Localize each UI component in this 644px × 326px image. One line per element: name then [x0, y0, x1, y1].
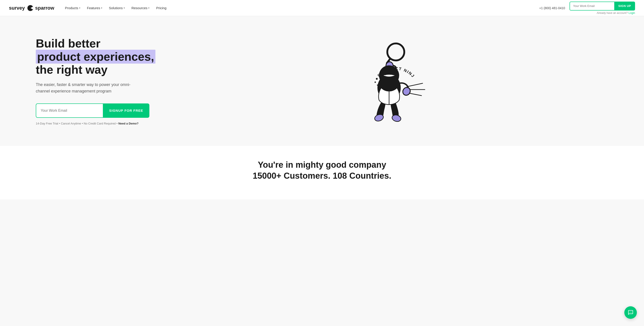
- nav-email-input[interactable]: [570, 2, 614, 11]
- nav-email-form: SIGN UP: [570, 2, 635, 11]
- svg-line-7: [407, 83, 422, 87]
- logo-text: survey sparrow: [9, 4, 54, 12]
- social-proof-line2: 15000+ Customers. 108 Countries.: [9, 171, 635, 181]
- svg-rect-17: [630, 312, 630, 312]
- nav-features-chevron-icon: ▾: [101, 7, 102, 9]
- hero-title: Build better product experiences, the ri…: [36, 37, 161, 76]
- nav-solutions-label: Solutions: [109, 6, 123, 10]
- nav-pricing-label: Pricing: [156, 6, 166, 10]
- ninja-illustration: PRODUCT NINJA: [342, 34, 436, 128]
- nav-item-resources[interactable]: Resources ▾: [129, 4, 152, 12]
- nav-right: +1 (800) 481-0410 SIGN UP Already have a…: [539, 2, 635, 15]
- nav-solutions-chevron-icon: ▾: [124, 7, 125, 9]
- svg-point-0: [31, 6, 32, 8]
- social-proof-line1: You're in mighty good company: [9, 159, 635, 171]
- hero-fine-print: 14-Day Free Trial • Cancel Anytime • No …: [36, 122, 161, 125]
- svg-rect-19: [631, 312, 632, 312]
- nav-products-label: Products: [65, 6, 78, 10]
- nav-email-wrapper: SIGN UP Already have an account? Login: [570, 2, 635, 15]
- hero-right: PRODUCT NINJA: [161, 34, 617, 128]
- logo-part1: survey: [9, 5, 25, 11]
- ninja-svg: PRODUCT NINJA: [342, 34, 436, 128]
- chat-button[interactable]: [624, 306, 637, 319]
- svg-rect-18: [630, 312, 631, 312]
- nav-login-link[interactable]: Login: [628, 12, 635, 15]
- nav-products-chevron-icon: ▾: [79, 7, 80, 9]
- hero-form: SIGNUP FOR FREE: [36, 103, 161, 118]
- social-proof-section: You're in mighty good company 15000+ Cus…: [0, 146, 644, 200]
- hero-title-line3: the right way: [36, 63, 108, 76]
- nav-features-label: Features: [87, 6, 100, 10]
- hero-email-input[interactable]: [36, 103, 103, 118]
- hero-left: Build better product experiences, the ri…: [36, 37, 161, 125]
- hero-signup-button[interactable]: SIGNUP FOR FREE: [103, 103, 149, 118]
- logo-link[interactable]: survey sparrow: [9, 4, 54, 12]
- nav-links: Products ▾ Features ▾ Solutions ▾ Resour…: [62, 4, 539, 12]
- navbar: survey sparrow Products ▾ Features ▾ Sol…: [0, 0, 644, 16]
- hero-fine-print-text: 14-Day Free Trial • Cancel Anytime • No …: [36, 122, 118, 125]
- logo-part2: sparrow: [35, 5, 54, 11]
- hero-subtitle: The easier, faster & smarter way to powe…: [36, 82, 134, 94]
- svg-point-16: [377, 85, 378, 86]
- svg-text:PRODUCT NINJA: PRODUCT NINJA: [342, 34, 416, 79]
- hero-section: Build better product experiences, the ri…: [0, 16, 644, 146]
- social-proof-title: You're in mighty good company 15000+ Cus…: [9, 159, 635, 182]
- hero-demo-link[interactable]: Need a Demo?: [118, 122, 138, 125]
- nav-item-pricing[interactable]: Pricing: [154, 4, 169, 12]
- hero-title-line1: Build better: [36, 37, 100, 50]
- chat-icon: [628, 310, 634, 315]
- nav-phone: +1 (800) 481-0410: [539, 6, 565, 10]
- hero-title-line2: product experiences,: [36, 50, 156, 64]
- nav-item-features[interactable]: Features ▾: [84, 4, 105, 12]
- logo-icon: [26, 4, 34, 12]
- nav-account-text: Already have an account? Login: [597, 12, 635, 15]
- svg-point-14: [376, 78, 378, 80]
- nav-item-solutions[interactable]: Solutions ▾: [106, 4, 128, 12]
- nav-signup-button[interactable]: SIGN UP: [614, 2, 635, 11]
- svg-point-15: [374, 82, 376, 83]
- nav-resources-label: Resources: [132, 6, 148, 10]
- svg-point-13: [402, 86, 412, 96]
- nav-resources-chevron-icon: ▾: [148, 7, 149, 9]
- nav-item-products[interactable]: Products ▾: [62, 4, 83, 12]
